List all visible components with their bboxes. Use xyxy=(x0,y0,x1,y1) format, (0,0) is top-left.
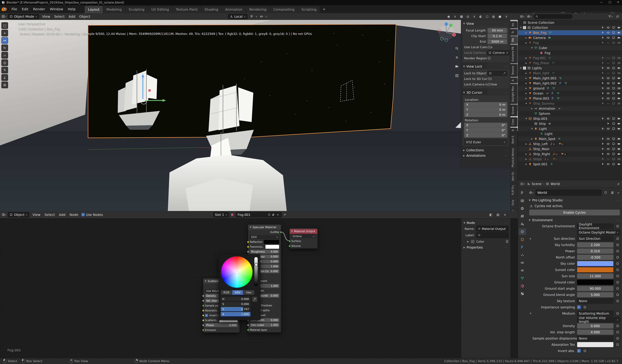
outliner-item-label[interactable]: Camera xyxy=(533,36,546,40)
animate-property-button[interactable] xyxy=(615,255,620,260)
hide-viewport-icon[interactable] xyxy=(606,76,610,80)
node-field[interactable]: Phase 0.000 ∨ xyxy=(205,323,238,327)
outliner-item-label[interactable]: Ships xyxy=(533,157,542,161)
breadcrumb-world[interactable]: World xyxy=(551,182,560,186)
header-menu-item[interactable]: View xyxy=(30,212,42,217)
number-field[interactable]: 0.000 xyxy=(577,323,614,328)
outliner-row[interactable]: ▶ Fog_Plane xyxy=(518,60,622,66)
transform-orientation-dropdown[interactable]: Local ∨ xyxy=(228,14,248,19)
animate-property-button[interactable] xyxy=(615,223,620,229)
editor-type-button[interactable]: ∨ xyxy=(1,212,7,217)
world-browse-button[interactable]: ∨ xyxy=(529,190,534,195)
disable-render-icon[interactable] xyxy=(617,92,621,95)
tool-button[interactable]: ∠ xyxy=(1,74,8,81)
disable-viewports-icon[interactable] xyxy=(612,31,615,34)
outliner-row[interactable]: ▶ Main_light.001 xyxy=(518,76,622,81)
outliner-search-input[interactable] xyxy=(534,14,573,19)
selectable-toggle-icon[interactable] xyxy=(601,97,604,100)
properties-tab[interactable] xyxy=(519,220,526,227)
shader-type-dropdown[interactable]: Object∨ xyxy=(8,212,29,218)
menu-item[interactable]: Render xyxy=(31,6,47,12)
expander-icon[interactable]: ▶ xyxy=(524,153,528,155)
snap-dropdown[interactable]: ∨ xyxy=(256,15,257,18)
color-swatch[interactable] xyxy=(577,267,614,273)
sidebar-tab[interactable]: Vie xyxy=(510,36,517,44)
header-menu-item[interactable]: Add xyxy=(57,212,67,217)
outliner-filter-button[interactable]: ∨ xyxy=(608,14,613,19)
node-checkbox[interactable]: ✓ xyxy=(205,314,208,317)
outliner-row[interactable]: ▼ Light xyxy=(518,126,622,131)
rotation-order-dropdown[interactable]: XYZ Euler∨ xyxy=(464,139,507,145)
selectable-toggle-icon[interactable] xyxy=(606,122,610,125)
outliner-item-label[interactable]: Ship_Dummy xyxy=(533,102,554,105)
animate-property-button[interactable] xyxy=(615,273,620,279)
node-color-swatch[interactable] xyxy=(265,245,279,249)
viewport-3d-scene[interactable] xyxy=(0,20,518,211)
copy-world-button[interactable] xyxy=(610,190,615,195)
outliner-row[interactable]: ▶ Box_Fog xyxy=(518,30,622,35)
color-presets-icon[interactable]: ☰ xyxy=(506,239,509,243)
enable-cycles-button[interactable]: Enable Cycles xyxy=(529,209,620,216)
annotations-panel-header[interactable]: ▶Annotations:::: xyxy=(463,153,509,158)
outliner-row[interactable]: ▶ Ships 11 11 xyxy=(518,157,622,162)
hide-viewport-icon[interactable] xyxy=(606,147,610,151)
disable-viewports-icon[interactable] xyxy=(612,137,615,141)
use-nodes-checkbox[interactable]: ✓ xyxy=(81,213,85,216)
node-properties-panel-header[interactable]: ▶Properties:::: xyxy=(463,245,509,250)
node-row[interactable]: ✓ Volume Volume ∨ xyxy=(290,243,317,248)
header-menu-item[interactable]: Select xyxy=(42,212,57,217)
disable-render-icon[interactable] xyxy=(617,76,621,80)
selectable-toggle-icon[interactable] xyxy=(601,26,604,29)
picker-slider[interactable]: V 0.747 xyxy=(221,307,251,311)
hide-viewport-icon[interactable] xyxy=(606,66,610,70)
outliner-item-label[interactable]: Sphere xyxy=(539,112,550,115)
hide-viewport-icon[interactable] xyxy=(606,157,610,161)
sidebar-tab[interactable]: Crea xyxy=(510,117,517,127)
selectable-toggle-icon[interactable] xyxy=(601,82,604,85)
node-label-field[interactable] xyxy=(476,232,509,238)
expander-icon[interactable]: ▶ xyxy=(524,62,528,64)
tool-button[interactable]: ↔ xyxy=(1,37,8,44)
sidebar-tab[interactable]: A xyxy=(510,78,517,83)
navigation-gizmo[interactable]: X Y Z xyxy=(436,22,456,42)
node-socket[interactable] xyxy=(202,329,204,331)
tool-button[interactable]: ◎ xyxy=(1,59,8,66)
header-icon-button[interactable]: ∨ xyxy=(502,212,508,217)
expander-icon[interactable]: ▶ xyxy=(524,77,528,79)
node-field[interactable]: Roughness 0.000 ∨ xyxy=(250,250,279,254)
outliner-item-label[interactable]: ground xyxy=(533,87,544,90)
outliner-row[interactable]: ▶ Fog.001 xyxy=(518,55,622,60)
disable-render-icon[interactable] xyxy=(617,147,621,151)
animate-property-button[interactable] xyxy=(615,342,620,347)
maximize-button[interactable]: □ xyxy=(608,0,611,4)
node-row[interactable]: ✓ Reflection Reflection ∨ xyxy=(248,239,281,244)
tool-button[interactable]: ✎ xyxy=(1,67,8,73)
mode-dropdown[interactable]: Object Mode ∨ xyxy=(8,14,39,19)
copy-material-icon[interactable] xyxy=(272,213,274,216)
axis-value-field[interactable]: X0 m xyxy=(464,102,507,107)
outliner-item-label[interactable]: Cube xyxy=(539,46,547,50)
properties-tab[interactable] xyxy=(519,290,526,297)
properties-tab[interactable] xyxy=(519,275,526,282)
node-color-checkbox[interactable] xyxy=(471,240,475,243)
outliner-row[interactable]: ▶ Main_Spot xyxy=(518,136,622,141)
select-field[interactable]: None xyxy=(577,336,614,341)
workspace-tab[interactable]: Modeling xyxy=(103,6,125,13)
selectable-toggle-icon[interactable] xyxy=(601,66,604,70)
disable-viewports-icon[interactable] xyxy=(612,102,615,105)
disable-viewports-icon[interactable] xyxy=(612,61,615,65)
axis-value-field[interactable]: Z0° xyxy=(464,133,507,138)
outliner-row[interactable]: ▶ Spot.001 xyxy=(518,162,622,167)
node-socket[interactable] xyxy=(202,300,204,302)
node-socket[interactable] xyxy=(202,305,204,307)
expander-icon[interactable]: ▶ xyxy=(530,138,534,140)
node-socket[interactable] xyxy=(247,241,249,243)
disable-viewports-icon[interactable] xyxy=(612,72,615,75)
eyedropper-button[interactable] xyxy=(252,297,257,302)
new-collection-button[interactable] xyxy=(615,14,620,19)
node-socket[interactable] xyxy=(289,245,291,247)
disable-render-icon[interactable] xyxy=(617,102,621,105)
hide-viewport-icon[interactable] xyxy=(606,102,610,105)
hide-viewport-icon[interactable] xyxy=(606,72,610,75)
disable-render-icon[interactable] xyxy=(617,82,621,85)
